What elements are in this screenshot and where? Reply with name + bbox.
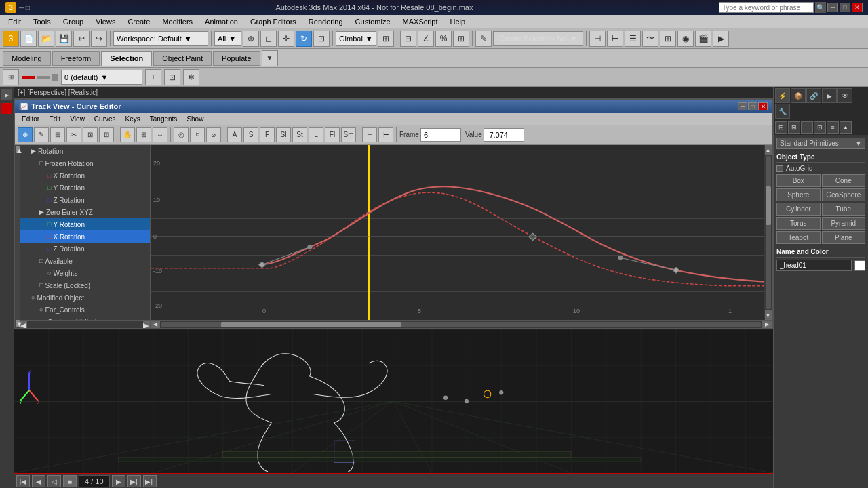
rp-tab-modify[interactable]: 📦	[791, 88, 806, 103]
coord-system-dropdown[interactable]: Gimbal▼	[336, 31, 376, 46]
rp-primitives-dropdown[interactable]: Standard Primitives ▼	[776, 138, 865, 149]
menu-animation[interactable]: Animation	[199, 15, 243, 28]
left-expand-btn[interactable]: ▶	[1, 89, 12, 100]
layer-new-button[interactable]: +	[145, 69, 161, 85]
viewport-3d[interactable]: Z X Y	[14, 329, 773, 473]
angle-snap[interactable]: ∠	[418, 30, 434, 47]
rp-btn-torus[interactable]: Torus	[776, 217, 821, 230]
ce-graph[interactable]: 20 10 0 -10 -20 0 5 10 1	[151, 145, 772, 328]
rp-icon-4[interactable]: ⊡	[814, 121, 826, 134]
rp-tab-hierarchy[interactable]: 🔗	[806, 88, 821, 103]
layer-dropdown[interactable]: 0 (default)▼	[61, 70, 142, 85]
select-move-button[interactable]: ✛	[278, 30, 294, 47]
ce-value-input[interactable]	[484, 128, 524, 142]
track-zero-euler[interactable]: ▶ Zero Euler XYZ	[20, 206, 150, 218]
tl-prev-frame[interactable]: ◀	[32, 475, 45, 487]
populate-options[interactable]: ▼	[262, 50, 278, 66]
ce-hand[interactable]: ✋	[120, 127, 135, 142]
rp-btn-sphere[interactable]: Sphere	[776, 188, 821, 201]
track-y-rotation-1[interactable]: □ Y Rotation	[20, 182, 150, 194]
redo-button[interactable]: ↪	[91, 30, 107, 47]
ce-snap-curve[interactable]: ⌑	[190, 127, 205, 142]
minimize-button[interactable]: ─	[827, 3, 838, 12]
rp-btn-cone[interactable]: Cone	[822, 174, 866, 187]
rp-btn-cylinder[interactable]: Cylinder	[776, 203, 821, 216]
rp-icon-3[interactable]: ☰	[801, 121, 813, 134]
track-frozen-rotation[interactable]: □ Frozen Rotation	[20, 157, 150, 169]
track-rotation[interactable]: ▶ Rotation	[20, 145, 150, 157]
layer-icon[interactable]: ⊞	[3, 69, 19, 85]
track-y-rotation-2[interactable]: □ Y Rotation	[20, 218, 150, 230]
ce-scale-keys[interactable]: ⊠	[83, 127, 98, 142]
tl-prev-key[interactable]: |◀	[16, 475, 30, 487]
ce-graph-scroll-up[interactable]: ▲	[765, 145, 772, 155]
ce-graph-scroll-down[interactable]: ▼	[765, 310, 772, 320]
rp-icon-6[interactable]: ▲	[840, 121, 852, 134]
rp-autogrid-checkbox[interactable]	[776, 165, 783, 172]
snap-toggle[interactable]: ⊟	[400, 30, 416, 47]
ce-tangent-out[interactable]: ⊢	[378, 127, 393, 142]
menu-rendering[interactable]: Rendering	[303, 15, 349, 28]
layer-select-button[interactable]: ⊡	[164, 69, 180, 85]
rp-icon-2[interactable]: ⊠	[788, 121, 800, 134]
rp-btn-geosphere[interactable]: GeoSphere	[822, 188, 866, 201]
ce-close[interactable]: ✕	[758, 102, 768, 110]
track-x-rotation-2[interactable]: □ X Rotation	[20, 230, 150, 243]
align-button[interactable]: ⊢	[607, 30, 623, 47]
scale-button[interactable]: ⊡	[313, 30, 330, 47]
layer-manager[interactable]: ☰	[625, 30, 641, 47]
layer-freeze-button[interactable]: ❄	[183, 69, 199, 85]
edit-named-sel-button[interactable]: ✎	[475, 30, 492, 47]
schematic-view[interactable]: ⊞	[660, 30, 676, 47]
menu-maxscript[interactable]: MAXScript	[397, 15, 443, 28]
undo-button[interactable]: ↩	[73, 30, 90, 47]
ce-graph-scroll-right[interactable]: ▶	[762, 321, 772, 328]
ce-delete-keys[interactable]: ✂	[66, 127, 81, 142]
ce-maximize[interactable]: □	[748, 102, 757, 110]
ce-tangent-fast[interactable]: F	[260, 127, 275, 142]
ce-graph-vscrollthumb[interactable]	[766, 186, 771, 225]
ce-zoom-region[interactable]: ⊞	[136, 127, 151, 142]
ce-parameter-curve[interactable]: ⌀	[206, 127, 221, 142]
ce-menu-view[interactable]: View	[66, 113, 89, 125]
ce-minimize[interactable]: ─	[738, 102, 747, 110]
tl-play-back[interactable]: ◁	[47, 475, 61, 487]
maximize-button[interactable]: □	[840, 3, 850, 12]
ce-draw-curve[interactable]: ✎	[34, 127, 49, 142]
rp-tab-display[interactable]: 👁	[837, 88, 852, 103]
menu-customize[interactable]: Customize	[350, 15, 396, 28]
create-selection-button[interactable]: Create Selection Sel▼	[493, 31, 583, 46]
ce-menu-editor[interactable]: Editor	[18, 113, 43, 125]
workspace-dropdown[interactable]: Workspace: Default▼	[113, 31, 208, 46]
mirror-button[interactable]: ⊣	[589, 30, 606, 47]
close-button[interactable]: ✕	[852, 3, 863, 12]
search-icon[interactable]: 🔍	[815, 2, 826, 13]
menu-graph-editors[interactable]: Graph Editors	[245, 15, 302, 28]
render-button[interactable]: ▶	[713, 30, 729, 47]
ce-track-list[interactable]: ▲ ▼ ▶ Rotation □ Frozen Rotation	[15, 145, 151, 328]
ce-graph-scrollthumb[interactable]	[221, 322, 401, 327]
ce-frame-input[interactable]	[420, 128, 461, 142]
rp-btn-tube[interactable]: Tube	[822, 203, 866, 216]
track-ear-controls[interactable]: ○ Ear_Controls	[20, 304, 150, 316]
new-button[interactable]: 📄	[20, 30, 37, 47]
track-available[interactable]: □ Available	[20, 255, 150, 267]
tl-next-key[interactable]: ▶‖	[143, 475, 157, 487]
track-modified-object[interactable]: ○ Modified Object	[20, 291, 150, 304]
tab-populate[interactable]: Populate	[213, 51, 260, 66]
menu-modifiers[interactable]: Modifiers	[157, 15, 198, 28]
material-editor[interactable]: ◉	[677, 30, 694, 47]
menu-create[interactable]: Create	[122, 15, 155, 28]
ce-graph-scroll-left[interactable]: ◀	[151, 321, 160, 328]
ce-tangent-auto[interactable]: A	[227, 127, 242, 142]
ce-tangent-linear[interactable]: L	[309, 127, 323, 142]
rp-color-swatch[interactable]	[854, 260, 865, 271]
rp-icon-5[interactable]: ≡	[827, 121, 839, 134]
tab-freeform[interactable]: Freeform	[52, 51, 100, 66]
ce-track-scroll-down[interactable]: ▼	[16, 320, 20, 327]
track-weights[interactable]: ○ Weights	[20, 267, 150, 279]
ce-tangent-smooth[interactable]: Sm	[341, 127, 356, 142]
track-scale-locked[interactable]: □ Scale (Locked)	[20, 279, 150, 291]
tab-modeling[interactable]: Modeling	[3, 51, 51, 66]
view-mode-dropdown[interactable]: All▼	[214, 31, 241, 46]
